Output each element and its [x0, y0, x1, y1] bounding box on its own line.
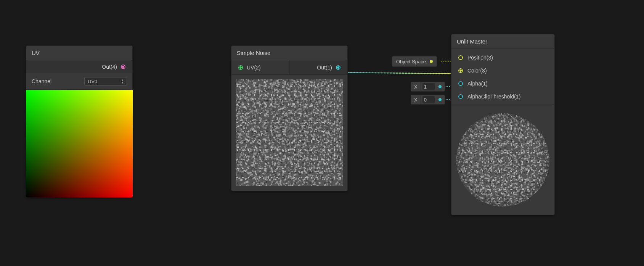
master-inputs-block: Position(3) Color(3) Alpha(1) AlphaClipT… [451, 49, 554, 105]
noise-io-row: UV(2) Out(1) [231, 60, 347, 75]
node-noise-title[interactable]: Simple Noise [231, 46, 347, 60]
noise-out-port[interactable] [336, 65, 340, 70]
node-uv[interactable]: UV Out(4) Channel UV0 ▴ ▾ [26, 45, 133, 197]
object-space-pill[interactable]: Object Space [392, 56, 437, 67]
master-color-port[interactable] [458, 68, 463, 73]
master-color-label: Color(3) [467, 68, 487, 74]
master-alpha-row: Alpha(1) [451, 77, 554, 90]
uv-output-label: Out(4) [102, 64, 117, 70]
master-preview-area [456, 110, 550, 210]
uv-channel-row: Channel UV0 ▴ ▾ [26, 73, 132, 90]
threshold-pill-out-port[interactable] [438, 98, 442, 101]
master-position-port[interactable] [458, 55, 463, 60]
master-position-row: Position(3) [451, 51, 554, 64]
node-master-title[interactable]: Unlit Master [451, 34, 554, 49]
master-threshold-port[interactable] [458, 94, 463, 99]
threshold-value-pill[interactable]: X [411, 95, 445, 105]
master-threshold-label: AlphaClipThreshold(1) [467, 94, 520, 100]
master-position-label: Position(3) [467, 55, 493, 61]
object-space-label: Object Space [396, 59, 426, 64]
noise-input-label: UV(2) [247, 64, 261, 71]
master-alpha-label: Alpha(1) [467, 81, 488, 87]
uv-channel-value: UV0 [88, 79, 97, 84]
uv-channel-label: Channel [32, 78, 51, 84]
master-threshold-row: AlphaClipThreshold(1) [451, 90, 554, 103]
master-color-row: Color(3) [451, 64, 554, 77]
threshold-x-label: X [411, 95, 421, 104]
node-uv-title[interactable]: UV [26, 46, 132, 60]
master-alpha-port[interactable] [458, 81, 463, 86]
node-unlit-master[interactable]: Unlit Master Position(3) Color(3) Alpha(… [451, 34, 555, 215]
threshold-value-input[interactable] [422, 96, 435, 103]
noise-preview-swatch [236, 79, 343, 186]
noise-uv-in-port[interactable] [238, 65, 243, 70]
object-space-out-port[interactable] [430, 60, 433, 63]
uv-output-row: Out(4) [26, 60, 132, 73]
node-simple-noise[interactable]: Simple Noise UV(2) Out(1) [231, 45, 348, 191]
uv-preview-swatch [26, 90, 133, 197]
alpha-value-pill[interactable]: X [411, 82, 445, 92]
master-preview-sphere [456, 113, 549, 206]
alpha-pill-out-port[interactable] [438, 85, 442, 88]
dropdown-arrows-icon: ▴ ▾ [122, 79, 124, 84]
alpha-value-input[interactable] [422, 83, 435, 90]
noise-output-label: Out(1) [317, 64, 332, 71]
uv-out-port[interactable] [121, 64, 125, 69]
alpha-x-label: X [411, 82, 421, 91]
uv-channel-select[interactable]: UV0 ▴ ▾ [84, 77, 127, 85]
